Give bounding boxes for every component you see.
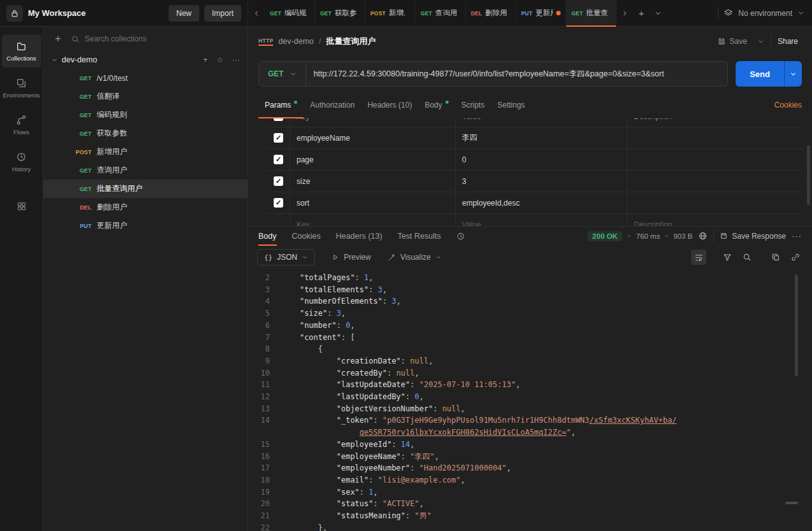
collection-add-button[interactable]: + xyxy=(203,55,207,64)
status-badge[interactable]: 200 OK xyxy=(587,231,623,241)
add-collection-button[interactable]: + xyxy=(51,32,65,45)
param-value[interactable]: 李四 xyxy=(456,127,627,148)
collection-star-button[interactable]: ☆ xyxy=(216,55,223,64)
workspace-visibility-button[interactable] xyxy=(6,5,23,22)
cookies-link[interactable]: Cookies xyxy=(774,101,802,110)
rail-item-flows[interactable]: Flows xyxy=(2,108,41,141)
param-key[interactable]: page xyxy=(290,149,456,170)
tabs-scroll-right-button[interactable] xyxy=(617,5,633,22)
param-key[interactable]: size xyxy=(290,171,456,192)
param-value[interactable]: 0 xyxy=(456,149,627,170)
config-tab-4[interactable]: Scripts xyxy=(455,92,491,118)
sidebar-request-0[interactable]: GET/v1/0/test xyxy=(43,69,248,87)
save-response-button[interactable]: Save Response xyxy=(720,232,786,241)
config-tab-1[interactable]: Authorization xyxy=(304,92,361,118)
collection-more-button[interactable]: ··· xyxy=(232,55,240,64)
request-tab-5[interactable]: PUT更新用 xyxy=(516,0,566,27)
sidebar-request-4[interactable]: POST新增用户 xyxy=(43,143,248,161)
params-new-row[interactable]: Key Value Description xyxy=(267,214,803,226)
response-history-icon[interactable] xyxy=(456,232,465,241)
search-collections-box[interactable] xyxy=(71,34,240,43)
param-key[interactable]: sort xyxy=(290,192,456,213)
request-name: 更新用户 xyxy=(97,220,127,231)
chevron-down-icon xyxy=(797,10,804,17)
param-checkbox[interactable]: ✓ xyxy=(274,198,283,208)
send-options-button[interactable] xyxy=(784,61,802,87)
response-tab-3[interactable]: Test Results xyxy=(398,227,441,246)
sidebar-request-2[interactable]: GET编码规则 xyxy=(43,106,248,124)
tabs-scroll-left-button[interactable] xyxy=(248,5,265,22)
param-description[interactable] xyxy=(627,149,803,170)
sidebar-request-1[interactable]: GET值翻译 xyxy=(43,87,248,106)
rail-item-history[interactable]: History xyxy=(2,145,41,178)
response-tab-0[interactable]: Body xyxy=(258,227,277,246)
save-button[interactable]: Save xyxy=(713,34,751,48)
new-row-value-placeholder[interactable]: Value xyxy=(456,214,627,226)
response-tab-1[interactable]: Cookies xyxy=(292,227,321,246)
param-checkbox[interactable]: ✓ xyxy=(274,133,283,143)
tab-list-dropdown-button[interactable] xyxy=(650,5,666,22)
config-tab-3[interactable]: Body xyxy=(418,92,454,118)
wrap-text-icon[interactable] xyxy=(691,250,706,265)
param-value[interactable]: employeeId,desc xyxy=(456,192,627,213)
send-button[interactable]: Send xyxy=(736,61,784,87)
rail-item-collections[interactable]: Collections xyxy=(2,34,41,67)
param-value[interactable]: 3 xyxy=(456,171,627,192)
url-input[interactable]: http://172.22.4.59:30080/training-49877/… xyxy=(306,69,728,80)
new-button[interactable]: New xyxy=(169,5,199,22)
method-selector[interactable]: GET xyxy=(259,69,305,78)
response-more-button[interactable]: ··· xyxy=(792,231,802,241)
preview-button[interactable]: Preview xyxy=(332,249,371,266)
new-row-key-placeholder[interactable]: Key xyxy=(290,214,456,226)
search-response-icon[interactable] xyxy=(739,250,755,265)
response-size[interactable]: 903 B xyxy=(673,232,692,240)
config-tab-0[interactable]: Params xyxy=(258,92,304,118)
copy-icon[interactable] xyxy=(768,250,783,265)
import-button[interactable]: Import xyxy=(204,5,241,22)
rail-more-tools-button[interactable] xyxy=(17,201,27,211)
code-horizontal-scrollbar[interactable] xyxy=(785,502,798,504)
request-tab-2[interactable]: POST新增. xyxy=(365,0,416,27)
code-vertical-scrollbar[interactable] xyxy=(795,274,798,376)
page-scrollbar[interactable] xyxy=(807,145,810,205)
sidebar-request-8[interactable]: PUT更新用户 xyxy=(43,216,248,235)
collection-row[interactable]: dev-demo + ☆ ··· xyxy=(43,51,248,69)
param-description[interactable] xyxy=(627,192,803,213)
response-body-viewer[interactable]: 2 "totalPages": 1,3 "totalElements": 3,4… xyxy=(248,269,812,531)
request-tab-4[interactable]: DEL删除用 xyxy=(466,0,516,27)
sidebar-request-7[interactable]: DEL删除用户 xyxy=(43,198,248,216)
request-tab-1[interactable]: GET获取参 xyxy=(315,0,365,27)
filter-icon[interactable] xyxy=(720,250,735,265)
response-time[interactable]: 760 ms xyxy=(636,232,660,240)
sidebar-request-3[interactable]: GET获取参数 xyxy=(43,124,248,143)
request-tab-3[interactable]: GET查询用 xyxy=(416,0,466,27)
config-tab-5[interactable]: Settings xyxy=(491,92,531,118)
request-tab-0[interactable]: GET编码规 xyxy=(265,0,315,27)
line-number: 3 xyxy=(252,284,281,296)
save-dropdown-button[interactable] xyxy=(753,36,768,48)
response-format-dropdown[interactable]: {} JSON xyxy=(257,249,315,266)
network-info-icon[interactable] xyxy=(698,231,708,241)
open-new-tab-button[interactable]: + xyxy=(633,5,650,22)
share-button[interactable]: Share xyxy=(774,34,802,48)
request-method-label: GET xyxy=(73,112,92,118)
breadcrumb-request-name[interactable]: 批量查询用户 xyxy=(326,36,375,47)
request-tab-6[interactable]: GET批量查 xyxy=(566,0,617,27)
param-description[interactable] xyxy=(627,127,803,148)
visualize-button[interactable]: Visualize xyxy=(388,249,442,266)
link-icon[interactable] xyxy=(788,250,803,265)
sidebar-request-6[interactable]: GET批量查询用户 xyxy=(43,180,248,198)
search-collections-input[interactable] xyxy=(85,34,240,43)
environment-selector[interactable]: No environment xyxy=(710,7,812,20)
sidebar-request-5[interactable]: GET查询用户 xyxy=(43,161,248,180)
param-checkbox[interactable]: ✓ xyxy=(274,176,283,186)
select-all-checkbox[interactable]: ✓ xyxy=(274,118,283,121)
param-description[interactable] xyxy=(627,171,803,192)
breadcrumb-collection[interactable]: dev-demo xyxy=(278,37,314,46)
new-row-description-placeholder[interactable]: Description xyxy=(627,214,803,226)
param-checkbox[interactable]: ✓ xyxy=(274,155,283,164)
rail-item-environments[interactable]: Environments xyxy=(2,71,41,104)
response-tab-2[interactable]: Headers (13) xyxy=(336,227,382,246)
config-tab-2[interactable]: Headers (10) xyxy=(361,92,418,118)
param-key[interactable]: employeeName xyxy=(290,127,456,148)
